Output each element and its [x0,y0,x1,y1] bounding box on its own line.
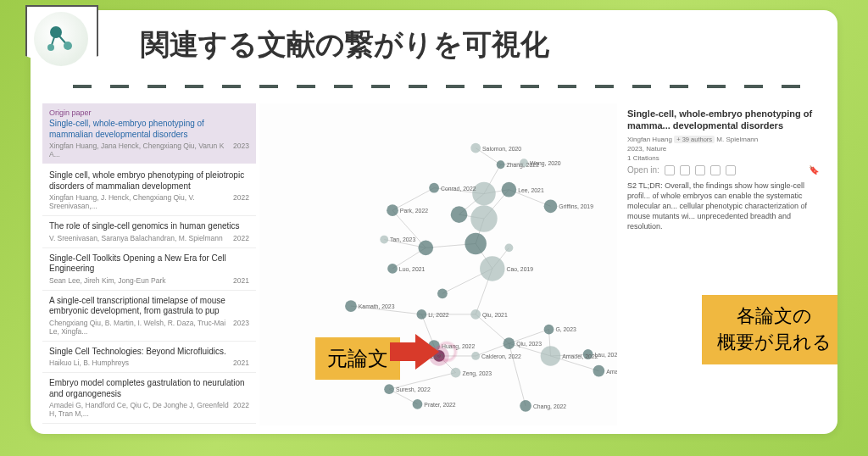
arrow-icon [390,334,439,373]
detail-author-more: + 39 authors [674,136,715,143]
graph-node-label: Lee, 2021 [518,187,544,193]
callout-detail-line2: 概要が見れる [717,331,832,353]
detail-citations: 1 Citations [627,154,819,162]
graph-node[interactable] [413,399,423,409]
graph-node[interactable] [380,236,388,244]
graph-node-label: Park, 2022 [400,208,428,214]
graph-node-label: Kamath, 2023 [359,303,395,309]
openin-label: Open in: [627,165,659,175]
detail-authors: Xingfan Huang + 39 authors M. Spielmann [627,136,819,143]
citation-graph[interactable]: Salomon, 2020Zhang, 2022Wang, 2020Conrad… [259,103,617,425]
graph-edge [476,314,509,343]
svg-point-4 [47,44,54,51]
graph-panel[interactable]: Salomon, 2020Zhang, 2022Wang, 2020Conrad… [259,103,617,425]
graph-node[interactable] [429,183,439,193]
origin-paper-block[interactable]: Origin paper Single-cell, whole-embryo p… [42,103,256,164]
paper-detail-panel: Single-cell, whole-embryo phenotyping of… [620,103,826,425]
svg-point-2 [50,26,62,38]
source-icon[interactable] [665,165,675,175]
slide-card: 関連する文献の繋がりを可視化 Origin paper Single-cell,… [31,10,837,434]
graph-node[interactable] [502,182,517,197]
graph-node-label: Suresh, 2022 [396,386,431,392]
callout-detail: 各論文の 概要が見れる [702,295,837,364]
graph-node[interactable] [505,243,514,252]
list-item[interactable]: Single Cell Technologies: Beyond Microfl… [42,342,256,374]
source-icon[interactable] [695,165,705,175]
graph-node[interactable] [451,206,468,223]
paper-title: The role of single-cell genomics in huma… [49,221,249,232]
svg-point-3 [64,42,72,50]
graph-node[interactable] [593,365,605,377]
origin-title: Single-cell, whole-embryo phenotyping of… [49,119,249,140]
graph-node[interactable] [520,400,531,412]
graph-node[interactable] [418,241,433,256]
paper-title: Single-Cell Toolkits Opening a New Era f… [49,253,249,275]
paper-authors: Amadei G, Handford Ce, Qiu C, De Jonghe … [49,401,249,418]
graph-node-label: Salomon, 2020 [482,146,521,152]
paper-authors: Haikuo Li, B. Humphreys2021 [49,359,249,367]
graph-node-label: Tan, 2023 [390,237,415,243]
list-item[interactable]: Embryo model completes gastrulation to n… [42,373,256,424]
origin-authors: Xingfan Huang, Jana Henck, Chengxiang Qi… [49,142,249,158]
graph-node-label: Wang, 2020 [530,160,561,167]
graph-node[interactable] [544,325,554,335]
app-logo [34,12,88,66]
graph-node[interactable] [465,233,487,255]
graph-node[interactable] [470,205,497,231]
detail-openin-row: Open in: 🔖 [627,165,819,175]
graph-node-label: Luo, 2021 [399,266,426,272]
source-icon[interactable] [726,165,736,175]
app-screenshot: Origin paper Single-cell, whole-embryo p… [42,103,826,425]
detail-title: Single-cell, whole-embryo phenotyping of… [627,108,819,132]
source-icon[interactable] [710,165,721,175]
graph-node[interactable] [504,337,515,349]
paper-authors: Sean Lee, Jireh Kim, Jong-Eun Park2021 [49,276,249,285]
list-item[interactable]: Sample-multiplexing approaches for singl… [42,424,256,425]
list-item[interactable]: The role of single-cell genomics in huma… [42,216,256,248]
paper-authors: Chengxiang Qiu, B. Martin, I. Welsh, R. … [49,319,249,336]
graph-node[interactable] [345,300,357,312]
ribbon-badge [25,5,98,73]
svg-marker-5 [390,334,439,370]
paper-title: A single-cell transcriptional timelapse … [49,296,249,317]
origin-year: 2023 [233,142,249,158]
graph-node-label: Prater, 2022 [424,402,456,408]
paper-title: Single cell, whole embryo phenotyping of… [49,170,249,192]
graph-node[interactable] [384,384,394,394]
graph-node[interactable] [470,309,481,320]
graph-node[interactable] [541,346,561,366]
graph-node[interactable] [451,368,461,378]
paper-authors: V. Sreenivasan, Saranya Balachandran, M.… [49,234,249,242]
detail-author-last: M. Spielmann [716,136,758,143]
graph-node[interactable] [437,288,448,298]
graph-node-label: Griffins, 2019 [559,203,593,209]
list-item[interactable]: Single cell, whole embryo phenotyping of… [42,165,256,216]
graph-node-label: Calderon, 2022 [481,353,521,359]
graph-node-label: Qiu, 2021 [482,312,508,319]
list-item[interactable]: A single-cell transcriptional timelapse … [42,291,256,342]
paper-title: Embryo model completes gastrulation to n… [49,378,249,399]
graph-node-label: Li, 2022 [428,312,449,318]
callout-origin: 元論文 [315,337,400,380]
graph-node[interactable] [470,143,481,153]
graph-node[interactable] [387,204,398,216]
graph-node-label: Conrad, 2022 [441,186,476,192]
paper-title: Single Cell Technologies: Beyond Microfl… [49,347,249,358]
graph-node[interactable] [471,352,480,360]
graph-node[interactable] [387,264,398,274]
paper-list-panel: Origin paper Single-cell, whole-embryo p… [42,103,256,425]
graph-node-label: Qiu, 2023 [516,341,542,348]
list-item[interactable]: Single-Cell Toolkits Opening a New Era f… [42,248,256,291]
graph-node[interactable] [544,199,558,213]
graph-node[interactable] [480,256,504,281]
graph-node-label: Amadei, 2022 [562,353,598,359]
connected-papers-icon [42,20,80,58]
graph-node[interactable] [416,309,426,320]
slide-title: 関連する文献の繋がりを可視化 [141,25,819,64]
detail-summary: S2 TL;DR: Overall, the findings show how… [627,181,819,232]
origin-author-text: Xingfan Huang, Jana Henck, Chengxiang Qi… [49,142,233,158]
graph-node[interactable] [497,160,505,169]
graph-node-label: Amadei, 2023 [606,369,617,375]
title-underline [73,85,819,88]
source-icon[interactable] [680,165,690,175]
